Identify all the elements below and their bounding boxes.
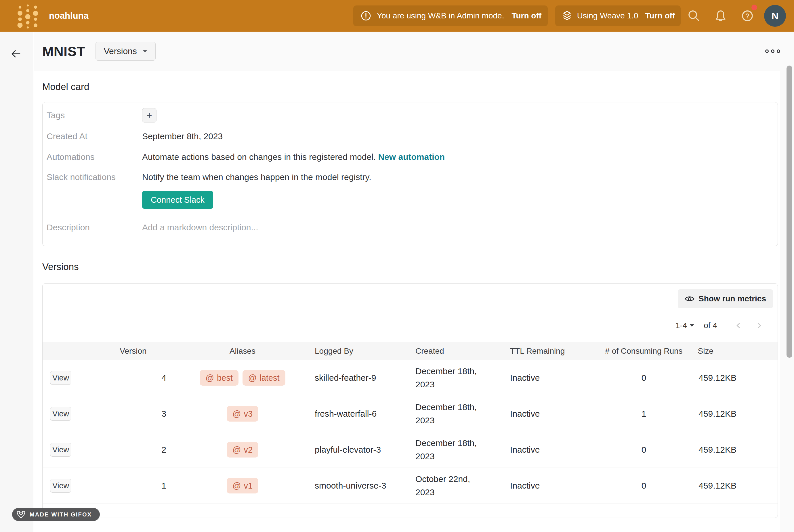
created-cell: December 18th, 2023 (411, 401, 502, 427)
view-button[interactable]: View (50, 479, 71, 493)
layers-icon (561, 10, 573, 22)
notifications-bell-icon[interactable] (713, 8, 728, 23)
at-icon: @ (232, 445, 241, 455)
table-row: View 1 @v1 smooth-universe-3 October 22n… (42, 468, 778, 504)
weave-banner: Using Weave 1.0 Turn off (555, 5, 681, 26)
page-range-dropdown[interactable]: 1-4 (676, 321, 694, 330)
ttl-remaining-cell: Inactive (502, 481, 601, 491)
weave-banner-text: Using Weave 1.0 (577, 11, 638, 20)
scrollbar-thumb[interactable] (787, 65, 792, 358)
created-at-value: September 8th, 2023 (142, 131, 778, 141)
show-run-metrics-label: Show run metrics (699, 294, 766, 303)
consuming-runs-cell: 1 (601, 409, 687, 419)
alert-icon (360, 10, 372, 22)
next-page-button[interactable] (755, 322, 763, 329)
slack-notifications-text: Notify the team when changes happen in t… (142, 172, 778, 182)
admin-mode-banner: You are using W&B in Admin mode. Turn of… (353, 5, 548, 26)
alias-tag[interactable]: @v1 (227, 478, 258, 493)
consuming-runs-cell: 0 (601, 481, 687, 491)
dot-icon (771, 50, 774, 53)
size-cell: 459.12KB (687, 373, 778, 383)
eye-icon (685, 295, 695, 302)
logged-by-cell: skilled-feather-9 (310, 373, 411, 383)
column-header-created: Created (411, 346, 502, 356)
created-cell: October 22nd, 2023 (411, 473, 502, 499)
version-cell: 4 (92, 373, 175, 383)
page-header: MNIST Versions (34, 32, 794, 71)
column-header-aliases: Aliases (175, 346, 310, 356)
alias-tag[interactable]: @v2 (227, 442, 258, 457)
aliases-cell: @v2 (175, 442, 310, 457)
table-row: View 4 @best@latest skilled-feather-9 De… (42, 360, 778, 396)
at-icon: @ (232, 409, 241, 419)
page-title: MNIST (42, 43, 85, 59)
version-cell: 3 (92, 409, 175, 419)
version-cell: 2 (92, 445, 175, 455)
show-run-metrics-button[interactable]: Show run metrics (678, 289, 773, 308)
page-range-label: 1-4 (676, 321, 687, 330)
versions-dropdown[interactable]: Versions (95, 42, 156, 61)
gifox-badge: MADE WITH GIFOX (12, 508, 100, 521)
size-cell: 459.12KB (687, 445, 778, 455)
ttl-remaining-cell: Inactive (502, 445, 601, 455)
table-header-row: Version Aliases Logged By Created TTL Re… (42, 342, 778, 360)
add-tag-button[interactable]: + (142, 108, 156, 122)
main-content: Model card Tags + Created At September 8… (34, 71, 780, 532)
logged-by-cell: fresh-waterfall-6 (310, 409, 411, 419)
admin-turn-off-link[interactable]: Turn off (511, 11, 542, 20)
automations-text: Automate actions based on changes in thi… (142, 152, 376, 162)
alias-tag[interactable]: @best (200, 370, 238, 386)
fox-icon (16, 511, 25, 518)
chevron-down-icon (690, 324, 694, 327)
weave-turn-off-link[interactable]: Turn off (645, 11, 675, 20)
search-icon[interactable] (686, 8, 701, 23)
table-row: View 2 @v2 playful-elevator-3 December 1… (42, 432, 778, 468)
chevron-down-icon (143, 50, 147, 53)
page-total-label: of 4 (704, 321, 717, 330)
topbar: noahluna You are using W&B in Admin mode… (0, 0, 794, 32)
description-placeholder[interactable]: Add a markdown description... (142, 223, 778, 232)
org-name[interactable]: noahluna (49, 11, 89, 21)
column-header-size: Size (687, 346, 778, 356)
back-arrow-button[interactable] (10, 48, 22, 60)
at-icon: @ (205, 373, 214, 383)
aliases-cell: @best@latest (175, 370, 310, 386)
created-cell: December 18th, 2023 (411, 365, 502, 392)
left-rail (0, 32, 33, 532)
wandb-logo-icon[interactable] (16, 3, 40, 29)
tags-label: Tags (42, 110, 142, 120)
column-header-logged-by: Logged By (310, 346, 411, 356)
admin-banner-text: You are using W&B in Admin mode. (377, 11, 504, 20)
gifox-badge-label: MADE WITH GIFOX (30, 511, 92, 518)
consuming-runs-cell: 0 (601, 373, 687, 383)
view-button[interactable]: View (50, 407, 71, 421)
at-icon: @ (248, 373, 257, 383)
help-icon[interactable]: ? (740, 8, 755, 23)
consuming-runs-cell: 0 (601, 445, 687, 455)
view-button[interactable]: View (50, 443, 71, 457)
connect-slack-button[interactable]: Connect Slack (142, 191, 213, 209)
avatar-initial: N (772, 11, 779, 22)
overflow-menu-button[interactable] (765, 50, 780, 53)
dot-icon (765, 50, 769, 53)
column-header-consuming-runs: # of Consuming Runs (601, 346, 687, 356)
aliases-cell: @v1 (175, 478, 310, 493)
model-card-heading: Model card (42, 81, 780, 92)
automations-label: Automations (42, 152, 142, 162)
previous-page-button[interactable] (734, 322, 742, 329)
created-at-label: Created At (42, 131, 142, 141)
user-avatar[interactable]: N (764, 5, 786, 27)
notification-dot (752, 5, 757, 11)
slack-notifications-label: Slack notifications (42, 172, 142, 182)
size-cell: 459.12KB (687, 409, 778, 419)
column-header-ttl-remaining: TTL Remaining (502, 346, 601, 356)
new-automation-link[interactable]: New automation (378, 152, 445, 162)
versions-table-body: View 4 @best@latest skilled-feather-9 De… (42, 360, 778, 504)
alias-tag[interactable]: @v3 (227, 406, 258, 422)
dot-icon (777, 50, 780, 53)
svg-text:?: ? (745, 12, 750, 20)
view-button[interactable]: View (50, 371, 71, 385)
alias-tag[interactable]: @latest (243, 370, 285, 386)
versions-heading: Versions (42, 261, 780, 272)
ttl-remaining-cell: Inactive (502, 373, 601, 383)
